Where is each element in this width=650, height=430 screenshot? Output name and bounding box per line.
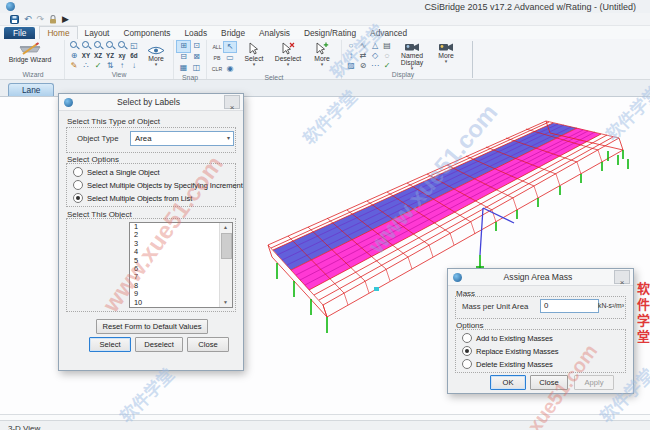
- list-item[interactable]: 8: [130, 282, 220, 290]
- list-item[interactable]: 9: [130, 290, 220, 298]
- tab-loads[interactable]: Loads: [177, 27, 214, 39]
- scroll-thumb[interactable]: [221, 233, 232, 259]
- radio-add-masses[interactable]: Add to Existing Masses: [462, 333, 553, 343]
- show-frames-icon[interactable]: ◇: [369, 51, 381, 61]
- zoom-icon[interactable]: [68, 41, 80, 51]
- deselect-dropdown-button[interactable]: Deselect: [272, 41, 304, 74]
- grid-points-icon[interactable]: ∴: [80, 61, 92, 71]
- mass-close-button[interactable]: Close: [530, 375, 568, 390]
- select-more-dropdown-button[interactable]: More: [306, 41, 338, 74]
- list-item[interactable]: 10: [130, 299, 220, 307]
- tab-file[interactable]: File: [4, 27, 35, 39]
- tab-analysis[interactable]: Analysis: [252, 27, 297, 39]
- tab-components[interactable]: Components: [116, 27, 177, 39]
- apply-button[interactable]: Apply: [574, 375, 614, 390]
- display-more-button[interactable]: More: [431, 41, 461, 71]
- view-xz-button[interactable]: XZ: [92, 51, 104, 61]
- list-item[interactable]: 7: [130, 273, 220, 281]
- rotate-3d-view-icon[interactable]: ◱: [128, 41, 140, 51]
- snap-intersections-icon[interactable]: ⊠: [190, 52, 203, 63]
- view-xy-button[interactable]: XY: [80, 51, 92, 61]
- scroll-down-icon[interactable]: ▼: [220, 298, 231, 307]
- snap-perpendicular-icon[interactable]: ▦: [177, 63, 190, 74]
- app-window: { "window_title": "CSiBridge 2015 v17.2 …: [0, 0, 650, 430]
- view-more-button[interactable]: More: [142, 41, 170, 71]
- clear-selection-button[interactable]: CLR: [210, 66, 224, 72]
- list-item[interactable]: 1: [130, 223, 220, 231]
- radio-from-list[interactable]: Select Multiple Objects from List: [73, 193, 192, 203]
- snap-points-icon[interactable]: ⊞: [177, 41, 190, 52]
- list-item[interactable]: 6: [130, 265, 220, 273]
- view-yz-button[interactable]: YZ: [104, 51, 116, 61]
- move-down-list-icon[interactable]: ↓: [128, 61, 140, 71]
- bridge-wizard-label: Bridge Wizard: [9, 56, 52, 63]
- show-undeformed-icon[interactable]: ○: [345, 41, 357, 51]
- tab-design-rating[interactable]: Design/Rating: [297, 27, 363, 39]
- list-item[interactable]: 3: [130, 240, 220, 248]
- close-icon[interactable]: [614, 270, 630, 284]
- poly-select-icon[interactable]: ▭: [224, 53, 236, 63]
- zoom-window-icon[interactable]: [104, 41, 116, 51]
- edit-view-icon[interactable]: ✎: [68, 61, 80, 71]
- check-view-icon[interactable]: ✓: [92, 61, 104, 71]
- show-releases-icon[interactable]: ⊘: [357, 61, 369, 71]
- show-extrude-icon[interactable]: ✓: [381, 61, 393, 71]
- show-tables-icon[interactable]: ▤: [381, 41, 393, 51]
- select-button[interactable]: Select: [89, 337, 131, 352]
- view-6dof-button[interactable]: 6d: [128, 51, 140, 61]
- object-list[interactable]: 12345678910 ▲ ▼: [129, 222, 233, 308]
- undo-icon[interactable]: ↶: [24, 14, 32, 24]
- mass-value-input[interactable]: 0: [540, 299, 599, 313]
- lock-icon[interactable]: [49, 14, 57, 24]
- ok-button[interactable]: OK: [490, 375, 526, 390]
- mass-dialog-titlebar[interactable]: Assign Area Mass: [448, 269, 633, 286]
- bridge-wizard-button[interactable]: Bridge Wizard: [5, 41, 55, 63]
- move-up-list-icon[interactable]: ↑: [116, 61, 128, 71]
- close-icon[interactable]: [224, 95, 240, 109]
- show-fill-icon[interactable]: ▨: [345, 61, 357, 71]
- radio-delete-masses[interactable]: Delete Existing Masses: [462, 359, 553, 369]
- pointer-select-icon[interactable]: ↖: [224, 42, 236, 52]
- select-previous-button[interactable]: PB: [210, 55, 224, 61]
- snap-lines-edges-icon[interactable]: ◫: [190, 63, 203, 74]
- zoom-out-icon[interactable]: [92, 41, 104, 51]
- tab-home[interactable]: Home: [39, 26, 77, 39]
- snap-ends-icon[interactable]: ⊡: [190, 41, 203, 52]
- object-type-select[interactable]: Area: [130, 131, 234, 146]
- close-button[interactable]: Close: [187, 337, 229, 352]
- show-axes-icon[interactable]: ↕: [345, 51, 357, 61]
- redo-icon[interactable]: ↷: [37, 14, 45, 24]
- reset-form-button[interactable]: Reset Form to Default Values: [96, 319, 208, 334]
- list-item[interactable]: 5: [130, 257, 220, 265]
- list-scrollbar[interactable]: ▲ ▼: [219, 223, 232, 307]
- scroll-up-icon[interactable]: ▲: [220, 223, 231, 232]
- radio-single-object[interactable]: Select a Single Object: [73, 167, 160, 177]
- tab-bridge[interactable]: Bridge: [214, 27, 252, 39]
- list-item[interactable]: 4: [130, 248, 220, 256]
- select-dialog-titlebar[interactable]: Select by Labels: [59, 94, 243, 111]
- snap-midpoints-icon[interactable]: ⊟: [177, 52, 190, 63]
- radio-by-increment[interactable]: Select Multiple Objects by Specifying In…: [73, 180, 243, 190]
- show-shells-icon[interactable]: ◌: [381, 51, 393, 61]
- zoom-previous-icon[interactable]: [116, 41, 128, 51]
- view-custom-plane-button[interactable]: xy: [116, 51, 128, 61]
- select-all-button[interactable]: ALL: [210, 44, 224, 50]
- perspective-view-icon[interactable]: ⊕: [68, 51, 80, 61]
- named-display-button[interactable]: Named Display: [395, 41, 429, 71]
- intersecting-select-icon[interactable]: ◉: [224, 64, 236, 74]
- tab-advanced[interactable]: Advanced: [363, 27, 414, 39]
- save-icon[interactable]: [10, 14, 19, 24]
- radio-replace-masses[interactable]: Replace Existing Masses: [462, 346, 559, 356]
- list-item[interactable]: 2: [130, 231, 220, 239]
- zoom-in-icon[interactable]: [80, 41, 92, 51]
- select-dropdown-button[interactable]: Select: [238, 41, 270, 74]
- show-joints-icon[interactable]: ⇄: [357, 51, 369, 61]
- tab-lane-view[interactable]: Lane: [8, 83, 54, 96]
- show-loads-icon[interactable]: △: [369, 41, 381, 51]
- show-labels-icon[interactable]: ⋯: [369, 61, 381, 71]
- tab-layout[interactable]: Layout: [78, 27, 117, 39]
- deselect-button[interactable]: Deselect: [135, 337, 183, 352]
- view-limits-icon[interactable]: ⇅: [104, 61, 116, 71]
- show-deformed-icon[interactable]: ∿: [357, 41, 369, 51]
- run-analysis-icon[interactable]: ▶: [62, 14, 69, 24]
